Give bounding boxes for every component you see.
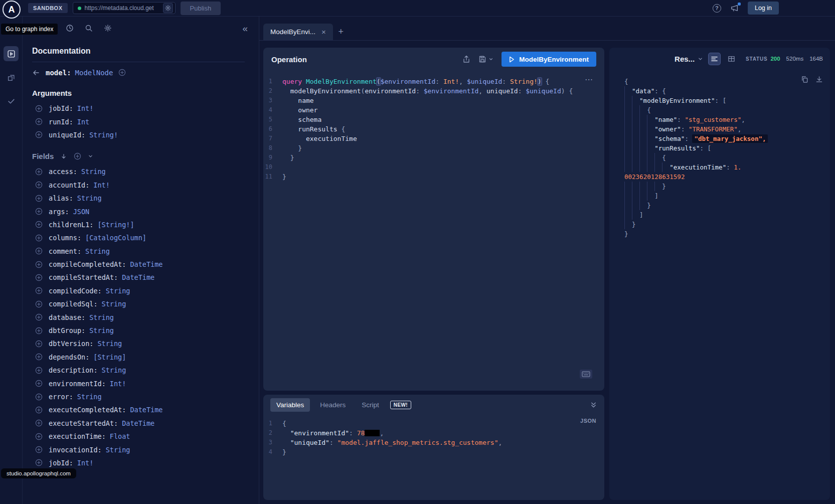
back-arrow-icon[interactable] <box>32 69 40 77</box>
download-response-icon[interactable] <box>815 76 823 83</box>
doc-field-row[interactable]: executeCompletedAt: DateTime <box>32 403 245 416</box>
field-type-link[interactable]: [CatalogColumn] <box>85 234 146 242</box>
new-tab-button[interactable]: + <box>333 24 349 40</box>
field-type-link[interactable]: Int! <box>93 181 110 189</box>
doc-field-row[interactable]: jobId: Int! <box>32 102 245 115</box>
add-field-icon[interactable] <box>35 208 43 215</box>
doc-field-row[interactable]: invocationId: String <box>32 443 245 456</box>
doc-field-row[interactable]: dbtVersion: String <box>32 337 245 350</box>
add-field-icon[interactable] <box>35 105 43 112</box>
add-field-icon[interactable] <box>35 446 43 453</box>
operation-editor[interactable]: 1query ModelByEnvironment($environmentId… <box>263 71 604 391</box>
table-view-icon[interactable] <box>726 53 737 65</box>
field-type-link[interactable]: Int! <box>77 459 94 467</box>
help-icon[interactable]: ? <box>713 4 721 13</box>
field-type-link[interactable]: String <box>97 340 122 348</box>
login-button[interactable]: Log in <box>748 2 779 15</box>
tab-headers[interactable]: Headers <box>314 398 352 412</box>
share-icon[interactable] <box>462 55 470 63</box>
schema-icon[interactable] <box>4 70 19 85</box>
operation-tab[interactable]: ModelByEnvi... × <box>263 24 333 40</box>
doc-field-row[interactable]: comment: String <box>32 245 245 258</box>
add-field-icon[interactable] <box>35 367 43 374</box>
add-field-icon[interactable] <box>35 221 43 228</box>
doc-field-row[interactable]: executeStartedAt: DateTime <box>32 417 245 430</box>
field-type-link[interactable]: DateTime <box>122 273 154 281</box>
add-field-icon[interactable] <box>35 353 43 361</box>
field-type-link[interactable]: Int <box>77 118 89 126</box>
doc-field-row[interactable]: error: String <box>32 390 245 403</box>
add-type-icon[interactable] <box>118 69 126 76</box>
tab-script[interactable]: Script <box>356 398 385 412</box>
doc-field-row[interactable]: executionTime: Float <box>32 430 245 443</box>
field-type-link[interactable]: DateTime <box>130 406 162 414</box>
add-field-icon[interactable] <box>35 181 43 189</box>
doc-field-row[interactable]: columns: [CatalogColumn] <box>32 231 245 244</box>
add-field-icon[interactable] <box>35 340 43 348</box>
field-type-link[interactable]: DateTime <box>130 260 162 268</box>
close-tab-icon[interactable]: × <box>321 28 326 36</box>
add-field-icon[interactable] <box>35 274 43 281</box>
doc-field-row[interactable]: dependsOn: [String] <box>32 351 245 364</box>
connection-settings-gear-icon[interactable] <box>163 3 173 13</box>
field-type-link[interactable]: String <box>102 300 126 308</box>
save-operation-group[interactable] <box>478 55 493 63</box>
run-operation-button[interactable]: ModelByEnvironment <box>502 52 596 67</box>
field-type-link[interactable]: [String] <box>93 353 126 361</box>
add-field-icon[interactable] <box>35 433 43 440</box>
doc-field-row[interactable]: dbtGroup: String <box>32 324 245 337</box>
doc-field-row[interactable]: environmentId: Int! <box>32 377 245 390</box>
variables-editor[interactable]: 1{2 "environmentId": 78,3 "uniqueId": "m… <box>263 415 604 500</box>
field-type-link[interactable]: Float <box>110 432 130 440</box>
add-all-fields-icon[interactable] <box>74 152 81 160</box>
publish-button[interactable]: Publish <box>181 2 221 15</box>
apollo-logo[interactable]: A <box>3 1 21 19</box>
add-field-icon[interactable] <box>35 393 43 401</box>
collapse-docs-icon[interactable]: « <box>242 24 248 33</box>
doc-field-row[interactable]: database: String <box>32 310 245 323</box>
add-field-icon[interactable] <box>35 300 43 308</box>
editor-overflow-menu-icon[interactable]: ⋯ <box>585 75 593 84</box>
add-field-icon[interactable] <box>35 118 43 125</box>
doc-field-row[interactable]: description: String <box>32 364 245 377</box>
field-type-link[interactable]: DateTime <box>122 419 154 427</box>
doc-field-row[interactable]: compiledCode: String <box>32 284 245 297</box>
operations-icon[interactable] <box>4 46 19 61</box>
add-field-icon[interactable] <box>35 234 43 242</box>
field-type-link[interactable]: String <box>85 247 110 255</box>
field-type-link[interactable]: String <box>89 326 114 334</box>
field-type-link[interactable]: String <box>106 446 130 454</box>
breadcrumb-type-link[interactable]: ModelNode <box>75 69 113 77</box>
add-field-icon[interactable] <box>35 131 43 138</box>
add-field-icon[interactable] <box>35 247 43 255</box>
add-field-icon[interactable] <box>35 459 43 466</box>
field-type-link[interactable]: Int! <box>110 380 126 388</box>
doc-field-row[interactable]: uniqueId: String! <box>32 128 245 141</box>
doc-field-row[interactable]: alias: String <box>32 192 245 205</box>
add-field-icon[interactable] <box>35 168 43 176</box>
announcements-megaphone-icon[interactable] <box>730 4 739 13</box>
keyboard-shortcuts-icon[interactable] <box>580 370 592 379</box>
field-type-link[interactable]: String <box>77 393 102 401</box>
add-field-icon[interactable] <box>35 406 43 414</box>
field-type-link[interactable]: String <box>77 194 102 202</box>
response-selector[interactable]: Res... <box>675 55 703 63</box>
field-type-link[interactable]: String <box>106 287 130 295</box>
add-field-icon[interactable] <box>35 380 43 387</box>
doc-field-row[interactable]: jobId: Int! <box>32 456 245 469</box>
field-type-link[interactable]: JSON <box>73 208 90 216</box>
doc-field-row[interactable]: compileStartedAt: DateTime <box>32 271 245 284</box>
add-field-icon[interactable] <box>35 419 43 427</box>
history-icon[interactable] <box>66 24 74 32</box>
settings-gear-icon[interactable] <box>104 24 112 32</box>
doc-field-row[interactable]: compiledSql: String <box>32 297 245 310</box>
doc-field-row[interactable]: access: String <box>32 165 245 178</box>
doc-field-row[interactable]: accountId: Int! <box>32 179 245 192</box>
search-icon[interactable] <box>85 24 93 32</box>
add-field-icon[interactable] <box>35 327 43 334</box>
add-field-icon[interactable] <box>35 195 43 202</box>
field-type-link[interactable]: String <box>89 313 114 321</box>
field-type-link[interactable]: String <box>81 167 106 176</box>
doc-field-row[interactable]: args: JSON <box>32 205 245 218</box>
field-type-link[interactable]: String <box>102 366 126 374</box>
